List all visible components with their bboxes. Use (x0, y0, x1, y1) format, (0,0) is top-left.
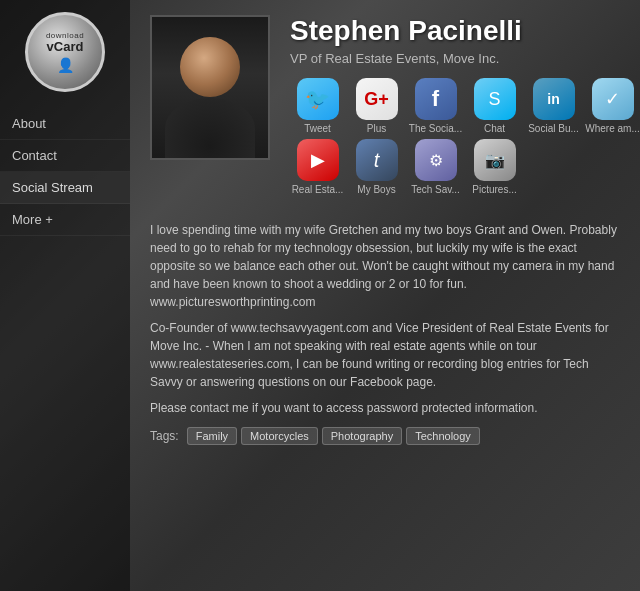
tag-photography[interactable]: Photography (322, 427, 402, 445)
linkedin-label: Social Bu... (528, 123, 579, 135)
profile-photo (150, 15, 270, 160)
social-icon-twitter[interactable]: 🐦 Tweet (290, 78, 345, 135)
main-content: Stephen Pacinelli VP of Real Estate Even… (130, 0, 640, 591)
bio-paragraph-3: Please contact me if you want to access … (150, 399, 620, 417)
social-icon-techsavvy[interactable]: ⚙ Tech Sav... (408, 139, 463, 196)
tumblr-icon: t (356, 139, 398, 181)
youtube-icon: ▶ (297, 139, 339, 181)
profile-header: Stephen Pacinelli VP of Real Estate Even… (150, 15, 620, 211)
pictures-icon: 📷 (474, 139, 516, 181)
tumblr-label: My Boys (357, 184, 395, 196)
social-icon-tumblr[interactable]: t My Boys (349, 139, 404, 196)
skype-icon: S (474, 78, 516, 120)
tags-label: Tags: (150, 429, 179, 443)
social-icon-facebook[interactable]: f The Socia... (408, 78, 463, 135)
linkedin-icon: in (533, 78, 575, 120)
vcard-download-button[interactable]: download vCard 👤 (25, 12, 105, 92)
bio-paragraph-1: I love spending time with my wife Gretch… (150, 221, 620, 311)
bio-section: I love spending time with my wife Gretch… (150, 221, 620, 417)
tag-technology[interactable]: Technology (406, 427, 480, 445)
techsavvy-label: Tech Sav... (411, 184, 460, 196)
tag-motorcycles[interactable]: Motorcycles (241, 427, 318, 445)
social-icon-checkmark[interactable]: ✓ Where am... (585, 78, 640, 135)
profile-photo-inner (152, 17, 268, 158)
sidebar-item-more[interactable]: More + (0, 204, 130, 236)
profile-title: VP of Real Estate Events, Move Inc. (290, 51, 640, 66)
checkmark-label: Where am... (585, 123, 639, 135)
bio-paragraph-2: Co-Founder of www.techsavvyagent.com and… (150, 319, 620, 391)
tag-family[interactable]: Family (187, 427, 237, 445)
checkmark-icon: ✓ (592, 78, 634, 120)
twitter-icon: 🐦 (297, 78, 339, 120)
gplus-icon: G+ (356, 78, 398, 120)
sidebar-item-contact[interactable]: Contact (0, 140, 130, 172)
twitter-label: Tweet (304, 123, 331, 135)
tags-row: Tags: Family Motorcycles Photography Tec… (150, 427, 620, 445)
vcard-label: vCard (47, 40, 84, 54)
social-icon-pictures[interactable]: 📷 Pictures... (467, 139, 522, 196)
sidebar-item-social-stream[interactable]: Social Stream (0, 172, 130, 204)
facebook-icon: f (415, 78, 457, 120)
facebook-label: The Socia... (409, 123, 462, 135)
gplus-label: Plus (367, 123, 386, 135)
skype-label: Chat (484, 123, 505, 135)
youtube-label: Real Esta... (292, 184, 344, 196)
person-icon: 👤 (57, 57, 74, 73)
techsavvy-icon: ⚙ (415, 139, 457, 181)
profile-info: Stephen Pacinelli VP of Real Estate Even… (290, 15, 640, 211)
social-icon-skype[interactable]: S Chat (467, 78, 522, 135)
profile-name: Stephen Pacinelli (290, 15, 640, 47)
social-icon-youtube[interactable]: ▶ Real Esta... (290, 139, 345, 196)
sidebar-item-about[interactable]: About (0, 108, 130, 140)
social-icons-grid: 🐦 Tweet G+ Plus f The Socia... S Chat in (290, 78, 640, 196)
social-icon-linkedin[interactable]: in Social Bu... (526, 78, 581, 135)
social-icon-gplus[interactable]: G+ Plus (349, 78, 404, 135)
pictures-label: Pictures... (472, 184, 516, 196)
sidebar: download vCard 👤 About Contact Social St… (0, 0, 130, 591)
